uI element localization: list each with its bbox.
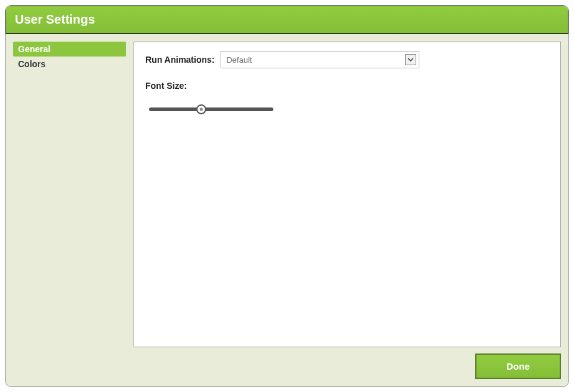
dialog-footer: Done bbox=[6, 347, 568, 386]
settings-sidebar: General Colors bbox=[13, 42, 126, 347]
slider-thumb[interactable] bbox=[196, 104, 206, 114]
font-size-label: Font Size: bbox=[145, 81, 549, 91]
slider-track bbox=[149, 107, 273, 111]
dialog-body: General Colors Run Animations: Default F… bbox=[6, 34, 568, 347]
run-animations-value: Default bbox=[226, 55, 252, 65]
run-animations-select[interactable]: Default bbox=[221, 51, 419, 68]
sidebar-item-colors[interactable]: Colors bbox=[13, 57, 126, 71]
chevron-down-icon bbox=[405, 54, 416, 65]
user-settings-dialog: User Settings General Colors Run Animati… bbox=[5, 5, 569, 387]
settings-panel: Run Animations: Default Font Size: bbox=[134, 42, 561, 347]
run-animations-label: Run Animations: bbox=[145, 55, 214, 65]
done-button-label: Done bbox=[506, 361, 530, 371]
font-size-slider[interactable] bbox=[149, 104, 273, 114]
sidebar-item-general[interactable]: General bbox=[13, 42, 126, 57]
sidebar-item-label: Colors bbox=[18, 59, 45, 69]
dialog-title: User Settings bbox=[15, 12, 95, 26]
dialog-titlebar: User Settings bbox=[5, 5, 569, 34]
done-button[interactable]: Done bbox=[475, 353, 561, 379]
run-animations-row: Run Animations: Default bbox=[145, 51, 549, 68]
sidebar-item-label: General bbox=[18, 44, 50, 54]
